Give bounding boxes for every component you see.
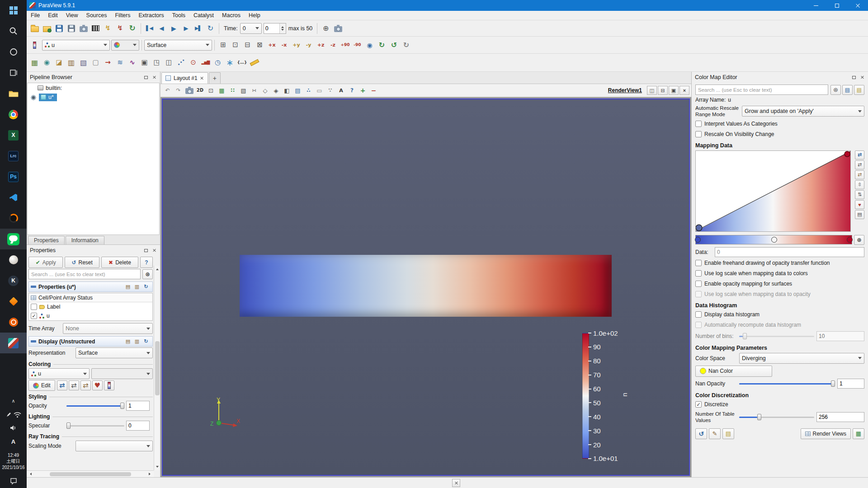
lightroom-button[interactable]: Lrc (0, 145, 27, 166)
log-scale-color-checkbox[interactable]: Use log scale when mapping data to color… (695, 268, 864, 279)
rescale-to-custom-range-button[interactable]: ⇄ (855, 160, 864, 169)
close-cme-button[interactable] (858, 74, 866, 81)
coloring-array-combo[interactable]: u (28, 368, 90, 379)
time-array-combo[interactable]: None (63, 323, 153, 334)
adjust-camera-button[interactable]: ◉ (363, 39, 376, 51)
ime-mode-button[interactable]: A (0, 435, 27, 448)
opacity-input[interactable] (126, 401, 150, 411)
rotate-90-counterclockwise-button[interactable]: -90 (351, 39, 363, 51)
clock-button[interactable]: 12:49 土曜日 2021/10/16 (0, 448, 27, 474)
pipeline-item-builtin[interactable]: builtin: (28, 83, 159, 93)
scroll-down-button[interactable] (155, 464, 160, 469)
frame-spinbox[interactable] (264, 23, 286, 34)
save-screenshot-button[interactable] (77, 22, 90, 34)
interpret-categories-checkbox[interactable]: Interpret Values As Categories (695, 119, 864, 129)
slice-filter-button[interactable]: ▥ (65, 56, 77, 69)
next-frame-button[interactable]: ▶ (180, 22, 192, 34)
auto-apply-button[interactable]: ↻ (126, 22, 138, 34)
color-gradient-bar[interactable] (695, 235, 852, 244)
save-as-array-defaults-button[interactable]: ▤ (722, 428, 734, 439)
menu-extractors[interactable]: Extractors (134, 11, 168, 20)
app-diamond-button[interactable] (0, 291, 27, 312)
app-orange-circle-button[interactable] (0, 312, 27, 333)
array-row-label[interactable]: Label (29, 302, 152, 311)
restore-section-defaults-button[interactable]: ↻ (142, 283, 151, 291)
first-frame-button[interactable]: ▌◀ (143, 22, 156, 34)
histogram-button[interactable]: ▂▅▇ (199, 56, 212, 69)
probe-location-button[interactable]: ⊙ (187, 56, 199, 69)
layout-tab-1[interactable]: Layout #1 (161, 72, 208, 84)
plot-over-line-button[interactable]: ⋰ (175, 56, 187, 69)
clip-filter-button[interactable]: ◪ (53, 56, 65, 69)
extract-level-filter-button[interactable]: ◳ (151, 56, 163, 69)
specular-slider[interactable] (66, 422, 124, 430)
task-view-button[interactable] (0, 62, 27, 83)
paste-properties-button[interactable]: ▥ (132, 283, 142, 291)
menu-edit[interactable]: Edit (44, 11, 62, 20)
tf-control-point-start[interactable] (696, 225, 702, 231)
rescale-mode-combo[interactable]: Grow and update on 'Apply' (742, 106, 864, 117)
rescale-to-data-range-button[interactable]: ⇄ (855, 150, 864, 160)
render-view-3d[interactable]: 1.0e+02 90 80 (162, 99, 690, 476)
select-points-on-button[interactable]: ∷ (227, 85, 238, 96)
extract-subset-filter-button[interactable]: ▢ (90, 56, 102, 69)
cme-save-defaults-button[interactable]: ▤ (854, 85, 864, 95)
slider-handle[interactable] (743, 333, 747, 339)
load-state-button[interactable] (41, 22, 53, 34)
scroll-up-button[interactable] (155, 267, 160, 272)
color-space-combo[interactable]: Diverging (739, 353, 864, 364)
undock-properties-button[interactable] (142, 247, 150, 254)
split-vertical-button[interactable]: ⊟ (658, 86, 668, 95)
properties-vertical-scrollbar[interactable] (154, 266, 160, 470)
scroll-right-button[interactable] (147, 471, 152, 477)
copy-properties-button[interactable]: ▤ (123, 283, 132, 291)
temporal-interpolator-button[interactable]: ∗ (224, 56, 236, 69)
hover-points-button[interactable]: ∵ (325, 85, 335, 96)
menu-sources[interactable]: Sources (82, 11, 111, 20)
close-pipeline-button[interactable] (150, 74, 158, 81)
excel-button[interactable]: X (0, 125, 27, 145)
open-file-button[interactable] (28, 22, 41, 34)
scroll-left-button[interactable] (28, 471, 33, 477)
color-by-combo[interactable]: u (42, 40, 110, 51)
select-block-button[interactable]: ◧ (282, 85, 292, 96)
pen-icon[interactable] (6, 412, 12, 418)
menu-tools[interactable]: Tools (168, 11, 189, 20)
wifi-icon[interactable] (14, 412, 21, 418)
split-horizontal-button[interactable]: ◫ (647, 86, 657, 95)
frame-input[interactable] (264, 23, 279, 33)
photoshop-button[interactable]: Ps (0, 166, 27, 187)
set-view-minus-y-button[interactable]: -y (302, 39, 315, 51)
grow-selection-button[interactable]: + (358, 85, 368, 96)
notification-center-button[interactable] (0, 474, 27, 488)
scrollbar-thumb[interactable] (155, 341, 160, 395)
rescale-to-data-range-button[interactable]: ⇄ (57, 380, 67, 390)
slider-handle[interactable] (831, 380, 835, 387)
minimize-button[interactable] (806, 0, 826, 11)
set-view-plus-y-button[interactable]: +y (290, 39, 302, 51)
nan-opacity-input[interactable] (837, 379, 864, 389)
capture-screenshot-button[interactable] (184, 85, 194, 96)
restore-defaults-button[interactable]: ↺ (695, 428, 707, 439)
query-selection-button[interactable]: ? (347, 85, 357, 96)
array-row-u[interactable]: ✓ u (29, 311, 152, 320)
shrink-selection-button[interactable]: − (368, 85, 379, 96)
stream-tracer-filter-button[interactable]: ≋ (114, 56, 126, 69)
apply-button[interactable]: ✔Apply (28, 257, 63, 268)
add-layout-tab-button[interactable]: + (209, 72, 221, 84)
render-views-button[interactable]: Render Views (801, 428, 851, 439)
scaling-mode-combo[interactable] (75, 441, 153, 451)
bins-input[interactable] (816, 331, 864, 341)
save-as-defaults-button[interactable]: ✎ (709, 428, 721, 439)
component-combo[interactable] (111, 40, 139, 51)
zoom-box-button[interactable]: ⊡ (206, 85, 216, 96)
select-polygon-cells-button[interactable]: ◇ (260, 85, 270, 96)
tab-information[interactable]: Information (66, 236, 104, 244)
close-properties-button[interactable] (150, 247, 158, 254)
extract-selection-button[interactable]: ◫ (163, 56, 175, 69)
save-state-button[interactable] (65, 22, 77, 34)
calculator-filter-button[interactable]: ▦ (28, 56, 41, 69)
freehand-opacity-checkbox[interactable]: Enable freehand drawing of opacity trans… (695, 258, 864, 268)
rotate-90-clockwise-button[interactable]: +90 (339, 39, 351, 51)
loop-button[interactable]: ↻ (204, 22, 217, 34)
